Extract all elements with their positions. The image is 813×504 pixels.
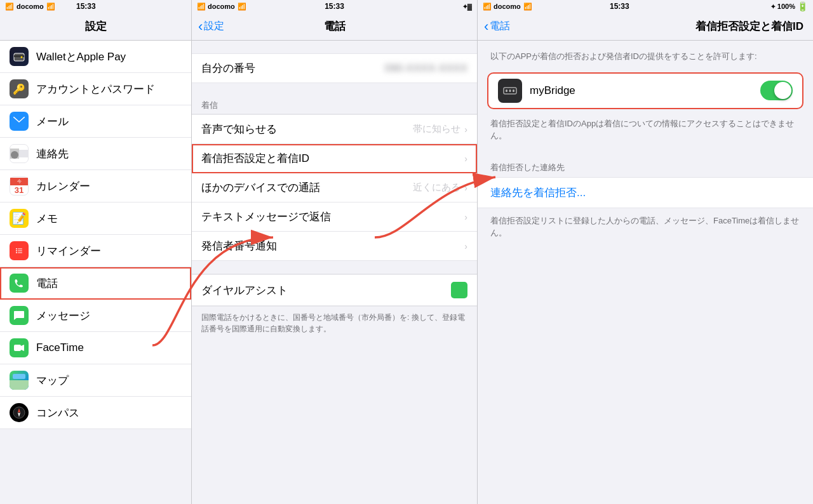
svg-rect-19 <box>513 90 514 92</box>
notes-icon: 📝 <box>10 209 29 228</box>
sidebar-item-notes[interactable]: 📝 メモ <box>0 202 191 235</box>
sidebar-item-phone[interactable]: 電話 <box>0 267 191 300</box>
block-contact-link[interactable]: 連絡先を着信拒否... <box>478 177 813 208</box>
voice-notify-item[interactable]: 音声で知らせる 帯に知らせ › <box>192 114 477 144</box>
svg-rect-8 <box>18 251 22 251</box>
block-note: 着信拒否設定リストに登録した人からの電話、メッセージ、FaceTimeは着信しま… <box>490 216 799 238</box>
svg-point-9 <box>16 252 17 253</box>
wifi-icon-1: 📶 <box>46 3 55 11</box>
carrier-1: 📶 <box>5 3 14 11</box>
facetime-icon <box>10 338 29 357</box>
svg-rect-18 <box>509 90 511 92</box>
maps-label: マップ <box>36 373 182 388</box>
sidebar-item-wallet[interactable]: WalletとApple Pay <box>0 41 191 73</box>
dial-assist-note: 国際電話をかけるときに、国番号と地域番号（市外局番）を: 換して、登録電話番号を… <box>192 307 477 340</box>
sidebar-item-accounts[interactable]: 🔑 アカウントとパスワード <box>0 73 191 105</box>
contacts-icon <box>10 144 29 163</box>
chevron-voice: › <box>464 124 467 135</box>
caller-id-item[interactable]: 発信者番号通知 › <box>192 232 477 261</box>
other-devices-item[interactable]: ほかのデバイスでの通話 近くにある › <box>192 173 477 202</box>
caller-id-label: 発信者番号通知 <box>201 239 460 253</box>
mybridge-name: myBridge <box>530 84 760 97</box>
wifi-icon-2: 📶 <box>238 3 246 11</box>
reminders-icon <box>10 241 29 260</box>
time-2: 15:33 <box>325 2 344 11</box>
bt-icon-3: ✦ <box>770 3 776 10</box>
chevron-devices: › <box>464 183 467 193</box>
calendar-icon: 今 31 <box>10 176 29 196</box>
sidebar-item-calendar[interactable]: 今 31 カレンダー <box>0 170 191 202</box>
notes-label: メモ <box>36 211 182 226</box>
sidebar-item-mail[interactable]: メール <box>0 105 191 138</box>
text-reply-item[interactable]: テキストメッセージで返信 › <box>192 202 477 232</box>
svg-point-2 <box>21 56 23 58</box>
other-devices-label: ほかのデバイスでの通話 <box>201 180 413 195</box>
call-blocking-item[interactable]: 着信拒否設定と着信ID › <box>192 144 477 173</box>
chevron-text: › <box>464 212 467 222</box>
bt-icon-2: ✦ <box>462 3 467 10</box>
dial-assist-label: ダイヤルアシスト <box>201 283 451 298</box>
svg-point-5 <box>16 248 17 249</box>
sidebar-item-maps[interactable]: マップ <box>0 364 191 397</box>
svg-rect-10 <box>18 253 22 253</box>
sidebar-item-compass[interactable]: コンパス <box>0 397 191 429</box>
battery-icon: 🔋 <box>797 1 808 11</box>
svg-rect-11 <box>14 345 21 351</box>
carrier-3: 📶 <box>483 3 492 11</box>
sidebar-item-facetime[interactable]: FaceTime <box>0 332 191 364</box>
mail-icon <box>10 112 29 131</box>
dial-assist-on-indicator <box>451 282 467 298</box>
carrier-name-2: docomo <box>208 3 235 10</box>
nav-back-label-2: 設定 <box>204 20 224 33</box>
chevron-left-icon-3: ‹ <box>484 18 488 35</box>
phone-settings-list: 自分の番号 090-XXXX-XXXX 着信 音声で知らせる 帯に知らせ › 着… <box>192 41 478 504</box>
wifi-icon-3: 📶 <box>523 3 532 11</box>
facetime-label: FaceTime <box>36 342 182 354</box>
nav-title-1: 設定 <box>85 19 107 34</box>
signal-2: ▓ <box>467 3 472 10</box>
messages-icon <box>10 306 29 325</box>
my-number-value: 090-XXXX-XXXX <box>385 62 467 75</box>
svg-marker-12 <box>21 345 24 351</box>
accounts-label: アカウントとパスワード <box>36 82 182 96</box>
my-number-label: 自分の番号 <box>201 61 385 76</box>
svg-rect-6 <box>18 249 22 249</box>
text-reply-label: テキストメッセージで返信 <box>201 209 460 224</box>
nav-back-3[interactable]: ‹ 電話 <box>484 18 510 35</box>
compass-icon <box>10 403 29 422</box>
time-1: 15:33 <box>76 2 96 11</box>
phone-icon <box>10 274 29 293</box>
incoming-section-header: 着信 <box>192 96 477 114</box>
compass-label: コンパス <box>36 406 182 420</box>
nav-back-2[interactable]: ‹ 設定 <box>198 18 224 35</box>
phone-label: 電話 <box>36 276 182 291</box>
time-3: 15:33 <box>610 2 629 11</box>
wallet-label: WalletとApple Pay <box>36 50 182 64</box>
settings-list: WalletとApple Pay 🔑 アカウントとパスワード メール <box>0 41 192 504</box>
calendar-label: カレンダー <box>36 179 182 194</box>
block-section-label: 着信拒否した連絡先 <box>490 162 565 172</box>
call-blocking-detail: 以下のAPPが着信の拒否および発信者IDの提供をすることを許可します: myBr… <box>478 41 813 504</box>
battery-text: 100% <box>777 3 795 10</box>
sidebar-item-contacts[interactable]: 連絡先 <box>0 138 191 170</box>
mybridge-app-icon <box>498 79 522 103</box>
mybridge-row[interactable]: myBridge <box>487 72 803 109</box>
mybridge-toggle[interactable] <box>760 81 793 100</box>
app-note: 着信拒否設定と着信IDのAppは着信についての情報にアクセスすることはできません… <box>490 119 794 141</box>
sidebar-item-messages[interactable]: メッセージ <box>0 300 191 332</box>
sidebar-item-reminders[interactable]: リマインダー <box>0 235 191 267</box>
my-number-item[interactable]: 自分の番号 090-XXXX-XXXX <box>192 53 477 83</box>
maps-icon <box>10 371 29 390</box>
carrier-name-1: docomo <box>17 3 44 10</box>
nav-title-2: 電話 <box>324 19 346 34</box>
key-icon: 🔑 <box>10 79 29 98</box>
nav-title-3: 着信拒否設定と着信ID <box>695 19 803 34</box>
carrier-name-3: docomo <box>494 3 521 10</box>
contacts-label: 連絡先 <box>36 147 182 161</box>
other-devices-value: 近くにある <box>413 182 460 194</box>
dial-assist-item[interactable]: ダイヤルアシスト <box>192 274 477 306</box>
voice-notify-label: 音声で知らせる <box>201 122 413 136</box>
wallet-icon <box>10 47 29 66</box>
col3-description: 以下のAPPが着信の拒否および発信者IDの提供をすることを許可します: <box>490 51 757 61</box>
reminders-label: リマインダー <box>36 244 182 258</box>
